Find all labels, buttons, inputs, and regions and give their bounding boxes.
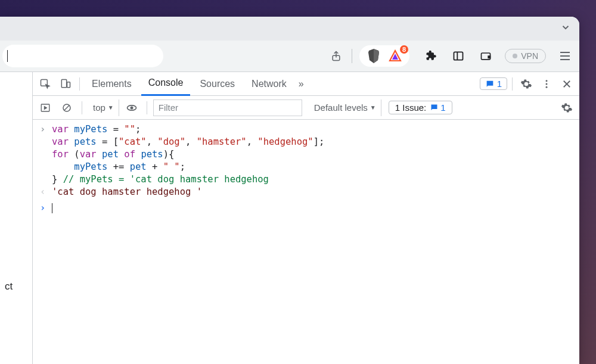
svg-line-17 (64, 105, 69, 110)
device-toggle-icon[interactable] (57, 75, 74, 93)
separator (79, 77, 80, 91)
messages-pill[interactable]: 1 (480, 77, 507, 90)
share-icon[interactable] (328, 48, 344, 64)
issues-pill[interactable]: 1 Issue: 1 (389, 101, 452, 114)
issue-count: 1 (440, 102, 445, 113)
console-input-row: var myPets = ""; var pets = ["cat", "dog… (33, 123, 579, 186)
extension-group: 8 (359, 45, 409, 67)
issue-label: 1 Issue: (395, 102, 427, 113)
devtools-tabbar: Elements Console Sources Network » 1 (33, 72, 579, 96)
messages-count: 1 (497, 79, 502, 89)
inspect-icon[interactable] (36, 75, 54, 93)
svg-point-9 (546, 80, 548, 82)
input-chevron-icon (40, 123, 52, 186)
tab-more[interactable]: » (296, 72, 306, 96)
close-icon[interactable] (558, 75, 576, 93)
console-prompt-row[interactable] (33, 202, 579, 214)
extensions-icon[interactable] (423, 48, 439, 64)
prompt-input[interactable] (52, 202, 52, 214)
separator (352, 49, 352, 63)
url-input[interactable] (2, 45, 163, 67)
tab-network[interactable]: Network (244, 72, 294, 96)
output-value[interactable]: 'cat dog hamster hedgehog ' (52, 186, 202, 198)
live-expression-icon[interactable] (123, 99, 141, 117)
svg-rect-8 (67, 82, 70, 87)
vpn-button[interactable]: VPN (505, 49, 546, 63)
address-bar: 8 VPN (0, 41, 579, 71)
context-label: top (93, 102, 105, 113)
levels-label: Default levels (314, 102, 368, 113)
sidebar-icon[interactable] (450, 48, 467, 64)
kebab-icon[interactable] (538, 75, 555, 93)
brave-logo-icon[interactable]: 8 (387, 48, 403, 64)
svg-rect-7 (61, 79, 66, 87)
svg-point-19 (130, 106, 133, 109)
console-output-row: 'cat dog hamster hedgehog ' (33, 186, 579, 198)
output-chevron-icon (40, 186, 52, 198)
browser-window: 8 VPN ct (0, 17, 579, 364)
wallet-icon[interactable] (477, 48, 494, 64)
page-text-fragment: ct (5, 281, 13, 293)
code-block[interactable]: var myPets = ""; var pets = ["cat", "dog… (52, 123, 324, 186)
page-content: ct (0, 71, 32, 364)
console-output: var myPets = ""; var pets = ["cat", "dog… (33, 120, 579, 364)
separator (82, 101, 82, 114)
devtools-panel: Elements Console Sources Network » 1 (32, 71, 579, 364)
log-levels-selector[interactable]: Default levels ▼ (309, 99, 381, 116)
chevron-down-icon[interactable] (560, 22, 571, 35)
menu-icon[interactable] (557, 48, 573, 64)
separator (147, 101, 147, 114)
vpn-status-dot (513, 54, 517, 58)
gear-icon[interactable] (558, 99, 576, 117)
svg-point-10 (546, 83, 548, 85)
tab-elements[interactable]: Elements (85, 72, 139, 96)
tab-sources[interactable]: Sources (193, 72, 242, 96)
tab-console[interactable]: Console (141, 72, 191, 96)
svg-rect-3 (454, 52, 463, 60)
prompt-chevron-icon (40, 202, 52, 214)
console-toolbar: top ▼ Default levels ▼ 1 Issue: 1 (33, 96, 579, 120)
filter-input[interactable] (153, 99, 302, 116)
svg-point-11 (546, 86, 548, 88)
gear-icon[interactable] (517, 75, 535, 93)
sidebar-toggle-icon[interactable] (36, 99, 54, 117)
context-selector[interactable]: top ▼ (88, 99, 119, 116)
window-titlebar (0, 17, 579, 41)
separator (512, 77, 513, 91)
brave-shield-icon[interactable] (365, 48, 382, 64)
clear-console-icon[interactable] (58, 99, 76, 117)
notification-badge: 8 (400, 45, 408, 54)
vpn-label: VPN (521, 51, 538, 61)
svg-marker-15 (45, 106, 47, 109)
